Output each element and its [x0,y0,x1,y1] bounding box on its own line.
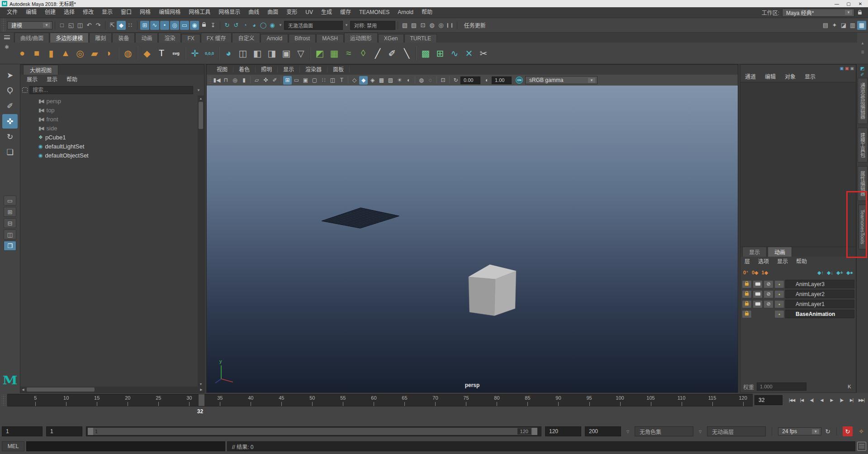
sidebar-tab[interactable]: 通道盒/层编辑器 [858,78,868,124]
lasso-tool[interactable]: Ϙ [2,83,18,98]
menu-item[interactable]: 窗口 [117,7,136,18]
menu-item[interactable]: 变形 [282,7,301,18]
construction-history-icon[interactable]: ◔ [241,21,250,30]
grid-icon[interactable]: ⊞ [283,76,292,85]
shelf-tab[interactable]: FX 缓存 [201,33,232,43]
wireframe-icon[interactable]: ◇ [350,76,359,85]
poly-plane-object[interactable] [322,208,399,228]
2d-pan-zoom-icon[interactable]: ✜ [261,76,270,85]
snap-to-point-icon[interactable]: • [160,21,169,30]
play-backwards-button[interactable]: ◀ [817,395,826,405]
reduce-icon[interactable]: ▽ [294,47,308,60]
step-back-key-button[interactable]: ◀| [807,395,816,405]
field-chart-icon[interactable]: ∷ [319,76,328,85]
mel-command-input[interactable] [26,441,225,451]
playback-loop-icon[interactable]: ↻ [825,428,830,435]
menu-item[interactable]: 显示 [98,7,117,18]
zero-weight-layer-icon[interactable]: 0◆ [752,270,759,276]
shelf-tab[interactable]: 动画 [135,33,158,43]
task-update-button[interactable]: 任务更新 [460,21,490,29]
edit-edge-flow-icon[interactable]: ≈ [342,47,356,60]
highlight-selection-icon[interactable]: ↧ [209,21,218,30]
channel-box-toggle-icon[interactable]: ▦ [857,21,866,30]
menu-item[interactable]: 曲面 [263,7,282,18]
viewport-menu-item[interactable]: 显示 [278,67,300,73]
anim-layer-row[interactable]: ⊘ • AnimLayer2 [742,289,854,299]
outliner-menu-item[interactable]: 帮助 [62,75,82,85]
select-camera-icon[interactable]: ▮◀ [213,76,221,85]
textured-icon[interactable]: ▩ [377,76,386,85]
menu-set-selector[interactable]: 建模 ▼ [7,21,52,29]
layer-lock-button[interactable] [742,310,752,318]
shelf-tab[interactable]: 自定义 [232,33,260,43]
animation-preferences-icon[interactable]: ✧ [856,428,866,435]
anim-layer-row[interactable]: ⊘ • AnimLayer3 [742,279,854,289]
anim-layer-row[interactable]: ⊘ • AnimLayer1 [742,299,854,309]
outliner-item[interactable]: ▮◀ side [20,124,198,133]
outliner-menu-item[interactable]: 展示 [22,75,42,85]
select-by-component-icon[interactable]: ∷ [126,21,135,30]
motion-blur-icon[interactable]: ◌ [426,76,435,85]
bookmark-icon[interactable]: ▮ [240,76,248,85]
layer-mute-button[interactable] [753,280,763,288]
statusline-grip[interactable] [2,18,5,32]
poly-sphere-icon[interactable]: ● [15,47,29,60]
svg-tool-icon[interactable]: svg [169,47,183,60]
key-weight-button[interactable]: K [846,383,853,390]
output-connections-icon[interactable]: ↺ [232,21,241,30]
scrollbar-thumb[interactable] [199,102,203,129]
conform-icon[interactable]: ◨ [265,47,279,60]
anim-layer-name[interactable]: AnimLayer2 [785,290,854,298]
viewport-menu-item[interactable]: 照明 [256,67,278,73]
exposure-field[interactable]: 0.00 [460,76,480,84]
weight-field[interactable]: 1.000 [757,382,806,391]
lock-selection-icon[interactable] [199,21,209,30]
current-time-field[interactable]: 32 [754,395,783,405]
humanik-icon[interactable]: ✦ [830,21,839,30]
menu-item[interactable]: 缓存 [336,7,355,18]
layout-four-panes[interactable]: ⊞ [4,207,16,217]
chevron-down-icon[interactable]: ▼ [345,23,348,27]
layer-editor-menu-item[interactable]: 显示 [773,257,792,267]
poly-plane-icon[interactable]: ▰ [88,47,101,60]
symmetry-field[interactable]: 对称: 禁用 [350,21,395,30]
multi-cut-icon[interactable]: ╱ [371,47,384,60]
shadows-icon[interactable]: ◐ [404,76,413,85]
poly-cone-icon[interactable]: ▲ [59,47,72,60]
go-to-end-button[interactable]: ▶▶| [857,395,866,405]
full-weight-layer-icon[interactable]: 1◆ [762,270,768,276]
viewport-scene[interactable]: y persp [207,86,738,392]
scrollbar-thumb[interactable] [27,387,95,392]
layer-solo-button[interactable]: ⊘ [764,290,773,298]
poly-cube-icon[interactable]: ■ [30,47,43,60]
outliner-item[interactable]: ◉ defaultObjectSet [20,151,198,160]
camera-attributes-icon[interactable]: ◎ [231,76,239,85]
menu-item[interactable]: 创建 [41,7,60,18]
input-connections-icon[interactable]: ↻ [223,21,232,30]
script-editor-icon[interactable] [857,442,866,451]
save-scene-icon[interactable]: ◫ [76,21,85,30]
shelf-tab[interactable]: MASH [316,34,344,43]
layer-ghost-button[interactable]: • [774,300,784,308]
workspace-lock-icon[interactable] [858,10,862,16]
mash-grid-icon[interactable]: ⊞ [433,47,447,60]
layer-lock-button[interactable] [742,290,752,298]
anim-layer-selector[interactable]: 无动画层 [707,426,766,436]
shelf-menu-icon[interactable] [4,35,10,39]
range-slider-track[interactable]: 1 120 [86,426,541,436]
menu-item[interactable]: Arnold [394,7,417,18]
manip-display-icon[interactable]: ▣ [840,66,844,71]
layer-mute-button[interactable] [753,290,763,298]
step-forward-frame-button[interactable]: ▶| [847,395,856,405]
shelf-tab[interactable]: 运动图形 [344,33,378,43]
zero-key-layer-icon[interactable]: 0⁺ [743,270,749,276]
history-off-icon[interactable]: ◕ [250,21,259,30]
gamma-field[interactable]: 1.00 [492,76,512,84]
shelf-collapse-icon[interactable]: ▲ [861,41,864,45]
layer-ghost-button[interactable]: • [774,290,784,298]
filter-icon[interactable] [22,87,28,93]
paint-select-tool[interactable]: ✐ [2,99,18,113]
speed-state-icon[interactable]: ▣ [850,66,854,71]
channel-box-menu-item[interactable]: 显示 [800,72,820,82]
menu-item[interactable]: 文件 [3,7,22,18]
